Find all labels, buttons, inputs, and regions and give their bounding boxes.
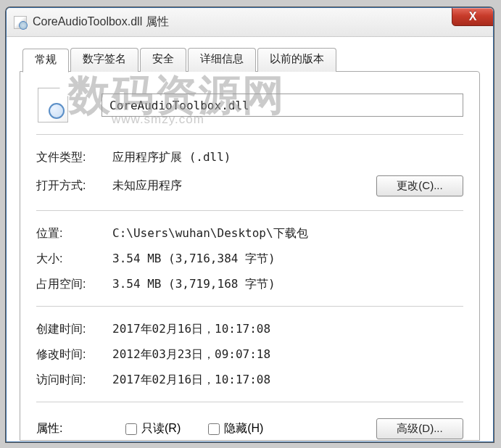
filename-input[interactable] [102,94,463,117]
row-modified: 修改时间: 2012年03月23日，09:07:18 [36,342,463,368]
hidden-label: 隐藏(H) [224,421,263,436]
readonly-label: 只读(R) [141,421,181,436]
tab-security[interactable]: 安全 [140,48,186,72]
close-icon: X [469,10,477,23]
value-file-type: 应用程序扩展 (.dll) [112,150,463,165]
general-panel: 文件类型: 应用程序扩展 (.dll) 打开方式: 未知应用程序 更改(C)..… [20,71,480,441]
separator [36,306,463,307]
label-file-type: 文件类型: [36,150,112,165]
filename-row [36,88,463,123]
row-size-on-disk: 占用空间: 3.54 MB (3,719,168 字节) [36,272,463,297]
separator [36,402,463,402]
window-title: CoreAudioToolbox.dll 属性 [33,14,169,30]
hidden-checkbox-wrap[interactable]: 隐藏(H) [208,421,263,436]
readonly-checkbox-wrap[interactable]: 只读(R) [125,421,181,436]
row-open-with: 打开方式: 未知应用程序 更改(C)... [36,170,463,202]
hidden-checkbox[interactable] [208,423,220,435]
change-button[interactable]: 更改(C)... [376,175,463,196]
row-accessed: 访问时间: 2017年02月16日，10:17:08 [36,368,463,393]
row-file-type: 文件类型: 应用程序扩展 (.dll) [36,145,463,170]
value-open-with: 未知应用程序 [112,178,376,194]
value-accessed: 2017年02月16日，10:17:08 [112,373,463,388]
label-created: 创建时间: [36,322,112,337]
advanced-button[interactable]: 高级(D)... [376,418,463,439]
readonly-checkbox[interactable] [125,423,137,435]
row-attributes: 属性: 只读(R) 隐藏(H) 高级(D)... [36,412,463,439]
separator [36,210,463,211]
row-location: 位置: C:\Users\wuhan\Desktop\下载包 [36,221,463,246]
properties-window: CoreAudioToolbox.dll 属性 X 数码资源网 www.smzy… [6,7,494,442]
label-attributes: 属性: [36,421,112,436]
client-area: 数码资源网 www.smzy.com 常规 数字签名 安全 详细信息 以前的版本… [7,37,493,441]
file-type-icon [38,88,68,123]
tab-details[interactable]: 详细信息 [188,48,256,72]
label-modified: 修改时间: [36,347,112,362]
row-size: 大小: 3.54 MB (3,716,384 字节) [36,246,463,272]
titlebar: CoreAudioToolbox.dll 属性 X [7,8,493,37]
row-created: 创建时间: 2017年02月16日，10:17:08 [36,317,463,342]
separator [36,134,463,135]
label-size: 大小: [36,252,112,267]
value-size-on-disk: 3.54 MB (3,719,168 字节) [112,277,463,292]
tab-strip: 常规 数字签名 安全 详细信息 以前的版本 [20,47,480,71]
value-created: 2017年02月16日，10:17:08 [112,322,463,337]
label-size-on-disk: 占用空间: [36,277,112,292]
value-location: C:\Users\wuhan\Desktop\下载包 [112,226,463,241]
dll-file-icon [14,16,27,29]
label-open-with: 打开方式: [36,178,112,194]
close-button[interactable]: X [452,7,494,26]
value-modified: 2012年03月23日，09:07:18 [112,347,463,362]
label-accessed: 访问时间: [36,373,112,388]
tab-previous-versions[interactable]: 以前的版本 [257,48,336,72]
value-size: 3.54 MB (3,716,384 字节) [112,252,463,267]
label-location: 位置: [36,226,112,241]
tab-general[interactable]: 常规 [22,49,69,72]
tab-digital-signature[interactable]: 数字签名 [70,48,138,72]
